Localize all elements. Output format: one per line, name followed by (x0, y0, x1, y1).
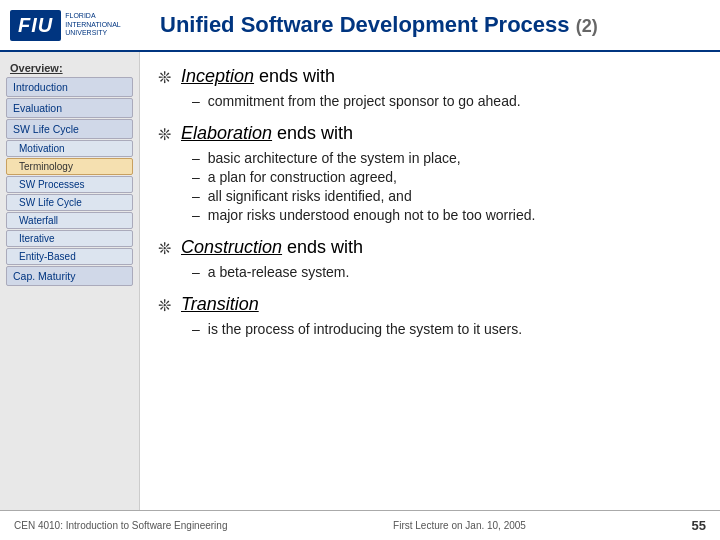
elaboration-heading-row: ❊ Elaboration ends with (158, 123, 702, 144)
sidebar-item-sw-life-cycle-2[interactable]: SW Life Cycle (6, 194, 133, 211)
sidebar-item-introduction[interactable]: Introduction (6, 77, 133, 97)
construction-heading: Construction ends with (181, 237, 363, 258)
elaboration-bullet-2: – a plan for construction agreed, (192, 169, 702, 185)
inception-heading: Inception ends with (181, 66, 335, 87)
footer-page: 55 (692, 518, 706, 533)
construction-bullet-1: – a beta-release system. (192, 264, 702, 280)
sidebar-item-cap-maturity[interactable]: Cap. Maturity (6, 266, 133, 286)
transition-title: Transition (181, 294, 259, 314)
transition-bullet-1-text: is the process of introducing the system… (208, 321, 522, 337)
inception-bullet-1-text: commitment from the project sponsor to g… (208, 93, 521, 109)
dash-icon: – (192, 150, 200, 166)
sidebar-item-terminology[interactable]: Terminology (6, 158, 133, 175)
sidebar-item-sw-life-cycle[interactable]: SW Life Cycle (6, 119, 133, 139)
elaboration-bullet-3-text: all significant risks identified, and (208, 188, 412, 204)
title-number: (2) (576, 16, 598, 36)
sidebar: Overview: Introduction Evaluation SW Lif… (0, 52, 140, 510)
dash-icon: – (192, 321, 200, 337)
dash-icon: – (192, 188, 200, 204)
dash-icon: – (192, 169, 200, 185)
footer-left: CEN 4010: Introduction to Software Engin… (14, 520, 227, 531)
dash-icon: – (192, 264, 200, 280)
footer: CEN 4010: Introduction to Software Engin… (0, 510, 720, 540)
inception-section: ❊ Inception ends with – commitment from … (158, 66, 702, 109)
main-layout: Overview: Introduction Evaluation SW Lif… (0, 52, 720, 510)
elaboration-bullet-1: – basic architecture of the system in pl… (192, 150, 702, 166)
elaboration-bullet-3: – all significant risks identified, and (192, 188, 702, 204)
elaboration-bullet-4-text: major risks understood enough not to be … (208, 207, 536, 223)
sidebar-item-waterfall[interactable]: Waterfall (6, 212, 133, 229)
logo-subtitle: FLORIDA INTERNATIONAL UNIVERSITY (65, 12, 105, 37)
sidebar-item-motivation[interactable]: Motivation (6, 140, 133, 157)
elaboration-title: Elaboration (181, 123, 272, 143)
elaboration-bullet-1-text: basic architecture of the system in plac… (208, 150, 461, 166)
page-title: Unified Software Development Process (2) (150, 12, 710, 38)
sidebar-item-evaluation[interactable]: Evaluation (6, 98, 133, 118)
elaboration-subbullets: – basic architecture of the system in pl… (192, 150, 702, 223)
bullet-star-inception: ❊ (158, 68, 171, 87)
construction-heading-row: ❊ Construction ends with (158, 237, 702, 258)
construction-title: Construction (181, 237, 282, 257)
sidebar-item-iterative[interactable]: Iterative (6, 230, 133, 247)
header: FIU FLORIDA INTERNATIONAL UNIVERSITY Uni… (0, 0, 720, 52)
dash-icon: – (192, 93, 200, 109)
logo-area: FIU FLORIDA INTERNATIONAL UNIVERSITY (10, 10, 150, 41)
bullet-star-construction: ❊ (158, 239, 171, 258)
logo-text: FIU (10, 10, 61, 41)
content-area: ❊ Inception ends with – commitment from … (140, 52, 720, 510)
transition-section: ❊ Transition – is the process of introdu… (158, 294, 702, 337)
inception-title: Inception (181, 66, 254, 86)
dash-icon: – (192, 207, 200, 223)
construction-subbullets: – a beta-release system. (192, 264, 702, 280)
construction-bullet-1-text: a beta-release system. (208, 264, 350, 280)
elaboration-bullet-2-text: a plan for construction agreed, (208, 169, 397, 185)
inception-bullet-1: – commitment from the project sponsor to… (192, 93, 702, 109)
title-text: Unified Software Development Process (160, 12, 570, 37)
sidebar-item-entity-based[interactable]: Entity-Based (6, 248, 133, 265)
elaboration-heading: Elaboration ends with (181, 123, 353, 144)
transition-subbullets: – is the process of introducing the syst… (192, 321, 702, 337)
inception-heading-row: ❊ Inception ends with (158, 66, 702, 87)
transition-bullet-1: – is the process of introducing the syst… (192, 321, 702, 337)
sidebar-item-sw-processes[interactable]: SW Processes (6, 176, 133, 193)
elaboration-section: ❊ Elaboration ends with – basic architec… (158, 123, 702, 223)
construction-section: ❊ Construction ends with – a beta-releas… (158, 237, 702, 280)
transition-heading: Transition (181, 294, 259, 315)
footer-right: First Lecture on Jan. 10, 2005 (393, 520, 526, 531)
inception-subbullets: – commitment from the project sponsor to… (192, 93, 702, 109)
transition-heading-row: ❊ Transition (158, 294, 702, 315)
sidebar-section-label: Overview: (4, 58, 135, 76)
bullet-star-transition: ❊ (158, 296, 171, 315)
elaboration-bullet-4: – major risks understood enough not to b… (192, 207, 702, 223)
bullet-star-elaboration: ❊ (158, 125, 171, 144)
